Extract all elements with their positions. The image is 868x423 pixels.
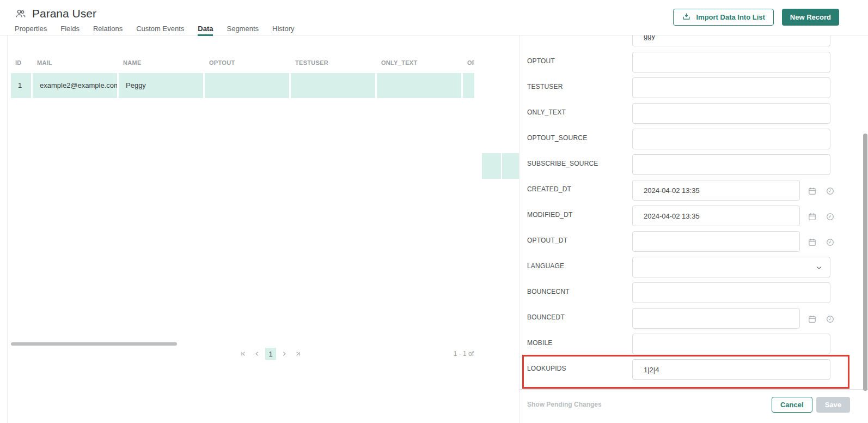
field-label-language: LANGUAGE [527,257,632,270]
clipped-field: ggy [527,35,838,46]
tab-history[interactable]: History [272,25,294,36]
field-row: TESTUSER [527,77,838,98]
field-input-mobile[interactable] [632,334,830,354]
panel-footer: Show Pending Changes Cancel Save [519,389,868,423]
tab-custom-events[interactable]: Custom Events [136,25,184,36]
column-header-id[interactable]: ID [11,55,31,71]
table-cell-testuser[interactable] [291,73,375,98]
last-page-button[interactable] [292,348,303,360]
cancel-button[interactable]: Cancel [772,397,812,413]
field-row: OPTOUT_DT [527,231,838,252]
ghost-cell [482,153,501,179]
column-header-only-text[interactable]: ONLY_TEXT [377,55,461,71]
field-input-optout-dt[interactable] [632,231,800,252]
field-value: 1|2|4 [644,366,659,374]
panel-fields: ggy OPTOUT TESTUSER ONLY_TEXT OPTOUT_SOU… [527,35,838,385]
datetime-icons [808,180,835,196]
table-cell-only-text[interactable] [377,73,461,98]
chevron-down-icon[interactable] [815,263,823,272]
field-label-subscribe-source: SUBSCRIBE_SOURCE [527,154,632,167]
datetime-icons [808,206,835,221]
page-header: Parana User PropertiesFieldsRelationsCus… [0,0,868,35]
current-page[interactable]: 1 [265,348,276,360]
field-row: CREATED_DT 2024-04-02 13:35 [527,180,838,201]
field-input-optout-source[interactable] [632,129,830,149]
field-row: LANGUAGE [527,257,838,277]
field-input-bouncecnt[interactable] [632,282,830,303]
field-value: 2024-04-02 13:35 [644,186,700,195]
calendar-icon[interactable] [808,212,817,221]
tab-data[interactable]: Data [198,25,213,36]
field-input-optout[interactable] [632,52,830,72]
table-header-row: IDMAILNAMEOPTOUTTESTUSERONLY_TEXTOP [0,55,512,71]
field-row: MODIFIED_DT 2024-04-02 13:35 [527,206,838,226]
field-row: BOUNCECNT [527,282,838,303]
field-label-testuser: TESTUSER [527,77,632,90]
previous-page-button[interactable] [252,348,262,360]
field-input-bouncedt[interactable] [632,308,800,329]
show-pending-changes-link[interactable]: Show Pending Changes [527,397,602,408]
save-button[interactable]: Save [816,397,850,413]
tab-properties[interactable]: Properties [15,25,47,36]
clock-icon[interactable] [826,238,835,247]
table-row[interactable]: 1example2@example.comPeggy [0,73,512,98]
people-icon [15,8,27,20]
table-cell-id[interactable]: 1 [11,73,31,98]
clock-icon[interactable] [826,186,835,196]
datetime-icons [808,231,835,247]
column-header-testuser[interactable]: TESTUSER [291,55,375,71]
field-row: LOOKUPIDS 1|2|4 [527,359,838,380]
column-header-name[interactable]: NAME [119,55,203,71]
field-label-optout-source: OPTOUT_SOURCE [527,129,632,142]
field-input-testuser[interactable] [632,77,830,98]
vertical-scrollbar[interactable] [863,134,867,391]
table-cell-optout[interactable] [205,73,289,98]
field-input-clipped[interactable]: ggy [632,35,830,46]
field-row: OPTOUT [527,52,838,72]
tab-fields[interactable]: Fields [60,25,80,36]
table-cell-op[interactable] [463,73,474,98]
pagination-range-label: 1 - 1 of [419,350,474,358]
page-title: Parana User [32,7,96,20]
column-header-op[interactable]: OP [463,55,474,71]
field-row: SUBSCRIBE_SOURCE [527,154,838,175]
next-page-button[interactable] [279,348,290,360]
clock-icon[interactable] [826,315,835,324]
field-input-lookupids[interactable]: 1|2|4 [632,359,830,380]
column-header-mail[interactable]: MAIL [33,55,117,71]
field-label-lookupids: LOOKUPIDS [527,359,632,372]
tab-segments[interactable]: Segments [227,25,259,36]
field-value: ggy [644,35,655,40]
datetime-icons [808,308,835,324]
field-label-only-text: ONLY_TEXT [527,103,632,116]
field-input-only-text[interactable] [632,103,830,124]
ghost-cell [502,153,519,179]
import-data-button[interactable]: Import Data Into List [673,9,773,26]
calendar-icon[interactable] [808,186,817,196]
field-label-bouncedt: BOUNCEDT [527,308,632,321]
calendar-icon[interactable] [808,238,817,247]
horizontal-scrollbar[interactable] [11,342,177,346]
field-row: BOUNCEDT [527,308,838,329]
calendar-icon[interactable] [808,315,817,324]
new-record-button[interactable]: New Record [782,9,839,26]
field-input-language[interactable] [632,257,830,277]
first-page-button[interactable] [238,348,249,360]
tab-relations[interactable]: Relations [93,25,123,36]
field-value: 2024-04-02 13:35 [644,212,700,220]
field-input-subscribe-source[interactable] [632,154,830,175]
field-row: MOBILE [527,334,838,354]
field-label-optout: OPTOUT [527,52,632,65]
table-cell-mail[interactable]: example2@example.com [33,73,117,98]
field-row: OPTOUT_SOURCE [527,129,838,149]
record-detail-panel: ggy OPTOUT TESTUSER ONLY_TEXT OPTOUT_SOU… [519,35,868,423]
field-label-optout-dt: OPTOUT_DT [527,231,632,244]
field-input-modified-dt[interactable]: 2024-04-02 13:35 [632,206,800,226]
table-cell-name[interactable]: Peggy [119,73,203,98]
pagination: 1 [238,348,303,360]
field-input-created-dt[interactable]: 2024-04-02 13:35 [632,180,800,201]
field-label-bouncecnt: BOUNCECNT [527,282,632,295]
clock-icon[interactable] [826,212,835,221]
column-header-optout[interactable]: OPTOUT [205,55,289,71]
field-label-created-dt: CREATED_DT [527,180,632,193]
